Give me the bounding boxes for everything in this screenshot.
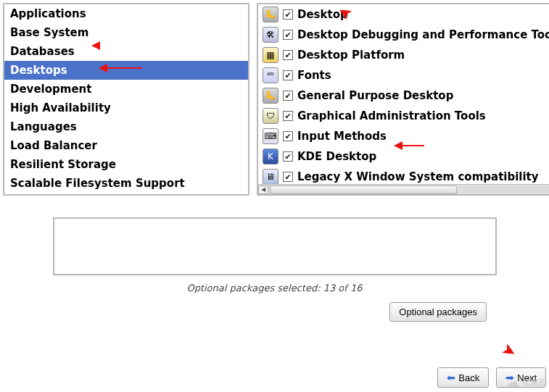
package-label: Input Methods bbox=[297, 130, 387, 143]
category-item[interactable]: Desktops bbox=[4, 61, 248, 80]
monitor-icon: 🖥 bbox=[263, 169, 278, 184]
category-item[interactable]: Resilient Storage bbox=[4, 155, 248, 174]
category-item[interactable]: Scalable Filesystem Support bbox=[4, 174, 248, 193]
package-label: Desktop bbox=[297, 8, 348, 21]
package-checkbox[interactable]: ✔ bbox=[283, 50, 293, 60]
package-checkbox[interactable]: ✔ bbox=[283, 131, 293, 141]
package-label: Legacy X Window System compatibility bbox=[297, 170, 539, 183]
package-label: Graphical Administration Tools bbox=[297, 109, 486, 122]
package-row[interactable]: ᵃᵇ✔Fonts bbox=[258, 65, 549, 86]
category-item[interactable]: Databases bbox=[4, 42, 248, 61]
package-row[interactable]: 🛡✔Graphical Administration Tools bbox=[258, 106, 549, 126]
package-checkbox[interactable]: ✔ bbox=[283, 30, 293, 40]
category-item[interactable]: Base System bbox=[4, 23, 248, 42]
cloud-icon: ☁ bbox=[505, 373, 520, 391]
package-panel: 🦶✔Desktop🛠✔Desktop Debugging and Perform… bbox=[257, 3, 549, 196]
category-item[interactable]: Development bbox=[4, 80, 248, 99]
category-scroll[interactable]: ApplicationsBase SystemDatabasesDesktops… bbox=[4, 4, 248, 194]
package-checkbox[interactable]: ✔ bbox=[283, 172, 293, 182]
package-checkbox[interactable]: ✔ bbox=[283, 91, 293, 101]
package-row[interactable]: 🦶✔General Purpose Desktop bbox=[258, 86, 549, 106]
package-row[interactable]: ⌨✔Input Methods bbox=[258, 126, 549, 146]
watermark-text: 亿速云 bbox=[522, 377, 546, 388]
category-item[interactable]: Load Balancer bbox=[4, 136, 248, 155]
back-button[interactable]: ⬅ Back bbox=[437, 367, 489, 388]
category-panel: ApplicationsBase SystemDatabasesDesktops… bbox=[3, 3, 249, 196]
arrow-left-icon: ⬅ bbox=[447, 372, 455, 383]
shield-icon: 🛡 bbox=[263, 108, 278, 124]
package-row[interactable]: 🖥✔Legacy X Window System compatibility bbox=[258, 167, 549, 184]
package-list: 🦶✔Desktop🛠✔Desktop Debugging and Perform… bbox=[258, 4, 549, 184]
optional-packages-button[interactable]: Optional packages bbox=[389, 302, 487, 322]
category-item[interactable]: Languages bbox=[4, 117, 248, 136]
package-hscrollbar[interactable]: ◀ ▶ bbox=[258, 184, 549, 194]
watermark: ☁ 亿速云 bbox=[505, 373, 546, 391]
package-checkbox[interactable]: ✔ bbox=[283, 70, 293, 80]
package-checkbox[interactable]: ✔ bbox=[283, 151, 293, 162]
package-scroll[interactable]: 🦶✔Desktop🛠✔Desktop Debugging and Perform… bbox=[258, 4, 549, 184]
annotation-arrow-icon: ➤ bbox=[499, 339, 519, 362]
package-row[interactable]: ▦✔Desktop Platform bbox=[258, 45, 549, 65]
category-item[interactable]: High Availability bbox=[4, 99, 248, 117]
foot-icon: 🦶 bbox=[263, 88, 278, 104]
optional-packages-label: Optional packages bbox=[399, 306, 477, 317]
scroll-left-icon[interactable]: ◀ bbox=[258, 185, 268, 194]
category-list: ApplicationsBase SystemDatabasesDesktops… bbox=[4, 4, 248, 193]
package-checkbox[interactable]: ✔ bbox=[283, 9, 293, 20]
package-label: KDE Desktop bbox=[297, 150, 376, 163]
package-label: Desktop Platform bbox=[297, 49, 405, 62]
back-label: Back bbox=[458, 372, 479, 383]
platform-icon: ▦ bbox=[263, 47, 278, 63]
package-row[interactable]: 🛠✔Desktop Debugging and Performance Tool… bbox=[258, 25, 549, 45]
package-label: General Purpose Desktop bbox=[297, 89, 453, 102]
package-row[interactable]: K✔KDE Desktop bbox=[258, 146, 549, 167]
optional-packages-count: Optional packages selected: 13 of 16 bbox=[0, 283, 549, 293]
keyboard-icon: ⌨ bbox=[263, 128, 278, 144]
package-label: Desktop Debugging and Performance Tools bbox=[297, 28, 549, 41]
package-row[interactable]: 🦶✔Desktop bbox=[258, 4, 549, 25]
package-checkbox[interactable]: ✔ bbox=[283, 111, 293, 121]
hscroll-thumb[interactable] bbox=[270, 185, 457, 194]
package-label: Fonts bbox=[297, 69, 331, 82]
description-box bbox=[53, 217, 497, 275]
tools-icon: 🛠 bbox=[263, 27, 278, 43]
foot-icon: 🦶 bbox=[263, 7, 278, 22]
kde-icon: K bbox=[263, 149, 278, 164]
category-item[interactable]: Applications bbox=[4, 4, 248, 23]
fonts-icon: ᵃᵇ bbox=[263, 67, 278, 83]
